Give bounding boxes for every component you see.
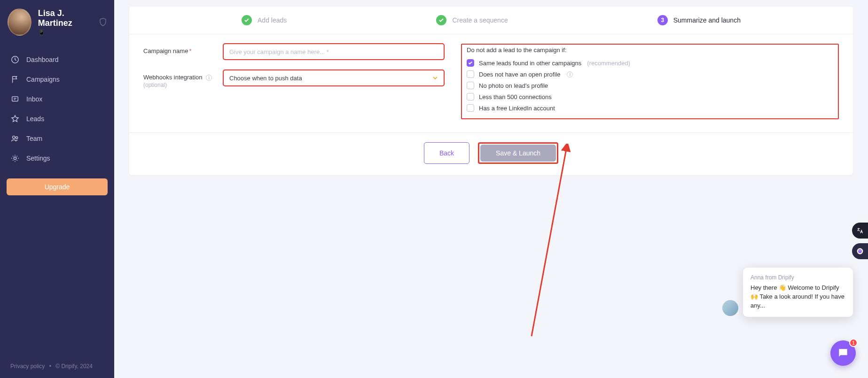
campaign-name-input[interactable] <box>229 48 438 55</box>
svg-point-7 <box>858 249 862 253</box>
chat-message: Hey there 👋 Welcome to Dripify 🙌 Take a … <box>751 284 845 310</box>
translate-fab[interactable] <box>852 223 868 239</box>
chevron-down-icon <box>432 75 438 81</box>
step-label: Summarize and launch <box>673 16 741 24</box>
sidebar-item-leads[interactable]: Leads <box>0 109 114 129</box>
sidebar-item-team[interactable]: Team <box>0 129 114 148</box>
filter-label: Same leads found in other campaigns <box>479 60 581 67</box>
clock-icon <box>10 55 20 64</box>
chat-from: Anna from Dripify <box>751 274 845 281</box>
help-fab[interactable] <box>852 243 868 259</box>
side-fabs <box>852 223 868 259</box>
sidebar-item-label: Campaigns <box>26 76 60 83</box>
sidebar-item-label: Settings <box>26 154 50 162</box>
chat-agent-avatar <box>722 300 738 316</box>
webhooks-label: Webhooks integration i (optional) <box>143 70 214 88</box>
profile-subtitle: 📱 <box>38 29 93 36</box>
checkbox-icon[interactable] <box>467 59 474 67</box>
sidebar-item-settings[interactable]: Settings <box>0 148 114 168</box>
svg-point-4 <box>14 157 16 159</box>
profile-name: Lisa J. Martinez <box>38 8 93 28</box>
campaign-name-field: Campaign name* <box>143 44 444 60</box>
svg-point-3 <box>16 137 17 139</box>
svg-point-2 <box>13 136 15 139</box>
svg-rect-1 <box>12 97 18 101</box>
check-icon <box>242 15 252 25</box>
stepper: Add leads Create a sequence 3 Summarize … <box>129 7 853 34</box>
webhooks-field: Webhooks integration i (optional) Choose… <box>143 70 444 88</box>
filter-label: No photo on lead's profile <box>479 82 548 89</box>
save-launch-button[interactable]: Save & Launch <box>480 145 556 162</box>
campaign-card: Add leads Create a sequence 3 Summarize … <box>129 7 853 175</box>
privacy-link[interactable]: Privacy policy <box>10 363 45 370</box>
step-create-sequence[interactable]: Create a sequence <box>436 15 508 25</box>
checkbox-icon[interactable] <box>467 70 474 78</box>
check-icon <box>436 15 446 25</box>
checkbox-icon[interactable] <box>467 93 474 100</box>
sidebar-nav: Dashboard Campaigns Inbox Leads <box>0 46 114 172</box>
filter-label: Less than 500 connections <box>479 93 552 100</box>
sidebar-footer: Privacy policy • © Dripify, 2024 <box>0 363 114 370</box>
star-icon <box>10 114 20 123</box>
action-row: Back Save & Launch <box>129 133 853 175</box>
checkbox-icon[interactable] <box>467 104 474 112</box>
inbox-icon <box>10 94 20 104</box>
step-label: Create a sequence <box>452 16 508 24</box>
filters-heading: Do not add a lead to the campaign if: <box>467 46 833 54</box>
checkbox-icon[interactable] <box>467 82 474 89</box>
avatar[interactable] <box>8 8 31 36</box>
info-icon[interactable]: i <box>567 71 573 77</box>
step-summarize-launch[interactable]: 3 Summarize and launch <box>657 15 741 25</box>
back-button[interactable]: Back <box>424 142 469 164</box>
webhooks-select-value: Choose when to push data <box>229 75 302 82</box>
sidebar-item-label: Inbox <box>26 95 42 103</box>
filter-free-account[interactable]: Has a free LinkedIn account <box>467 102 833 114</box>
chat-popup[interactable]: Anna from Dripify Hey there 👋 Welcome to… <box>743 268 853 317</box>
profile-block: Lisa J. Martinez 📱 <box>0 0 114 46</box>
form-area: Campaign name* Webhooks integration i (o… <box>129 34 853 133</box>
sidebar-item-campaigns[interactable]: Campaigns <box>0 69 114 89</box>
filter-same-leads[interactable]: Same leads found in other campaigns (rec… <box>467 57 833 69</box>
sidebar: Lisa J. Martinez 📱 Dashboard Campaigns <box>0 0 114 378</box>
gear-icon <box>10 154 20 163</box>
step-add-leads[interactable]: Add leads <box>242 15 287 25</box>
launch-highlight: Save & Launch <box>478 142 558 164</box>
sidebar-item-label: Leads <box>26 115 44 123</box>
step-label: Add leads <box>258 16 287 24</box>
filter-label: Does not have an open profile <box>479 71 560 78</box>
webhooks-select[interactable]: Choose when to push data <box>223 70 444 86</box>
sidebar-item-label: Team <box>26 135 42 142</box>
info-icon[interactable]: i <box>206 75 212 81</box>
campaign-name-input-wrapper <box>223 44 444 60</box>
chat-badge: 1 <box>849 339 858 347</box>
upgrade-button[interactable]: Upgrade <box>7 178 108 195</box>
filter-no-photo[interactable]: No photo on lead's profile <box>467 80 833 91</box>
sidebar-item-label: Dashboard <box>26 56 59 63</box>
main-content: Add leads Create a sequence 3 Summarize … <box>114 0 868 378</box>
svg-point-8 <box>859 250 860 251</box>
flag-icon <box>10 75 20 84</box>
filter-open-profile[interactable]: Does not have an open profile i <box>467 69 833 80</box>
shield-icon <box>99 18 107 26</box>
chat-launcher[interactable]: 1 <box>830 340 856 366</box>
filter-label: Has a free LinkedIn account <box>479 105 555 112</box>
lead-filters-panel: Do not add a lead to the campaign if: Sa… <box>461 44 839 119</box>
recommended-label: (recommended) <box>587 60 630 67</box>
step-number: 3 <box>657 15 668 25</box>
svg-point-9 <box>860 250 861 251</box>
filter-connections[interactable]: Less than 500 connections <box>467 91 833 102</box>
sidebar-item-inbox[interactable]: Inbox <box>0 89 114 109</box>
campaign-name-label: Campaign name* <box>143 44 214 54</box>
copyright: © Dripify, 2024 <box>55 363 93 370</box>
sidebar-item-dashboard[interactable]: Dashboard <box>0 50 114 69</box>
team-icon <box>10 134 20 143</box>
